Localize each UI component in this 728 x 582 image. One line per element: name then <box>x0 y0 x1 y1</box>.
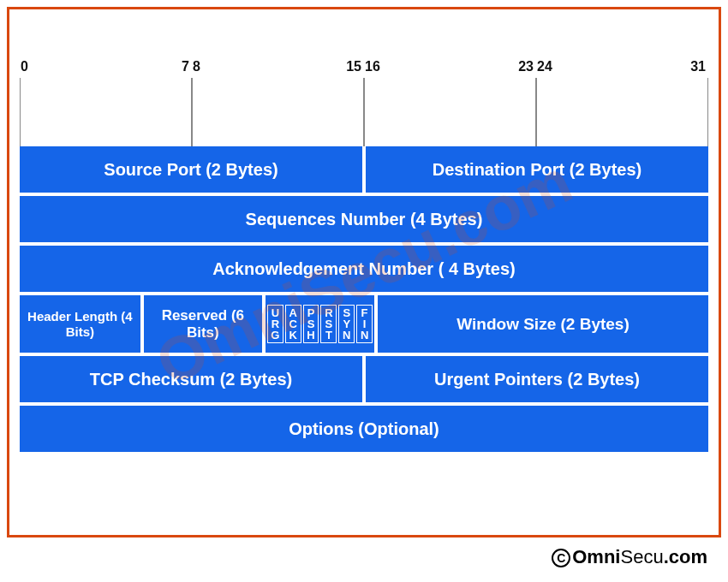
ruler-zone: 24 31 <box>536 78 708 146</box>
table-row: Source Port (2 Bytes) Destination Port (… <box>20 146 708 193</box>
ruler-label: 23 <box>518 59 534 74</box>
flag-syn: S Y N <box>338 305 355 343</box>
field-checksum: TCP Checksum (2 Bytes) <box>20 356 362 402</box>
brand-domain: .com <box>664 546 707 567</box>
copyright-icon: C <box>552 549 570 567</box>
ruler-label: 0 <box>21 59 28 74</box>
field-header-length: Header Length (4 Bits) <box>20 295 140 353</box>
ruler-zone: 16 23 <box>364 78 536 146</box>
field-seq-num: Sequences Number (4 Bytes) <box>20 196 708 242</box>
table-row: Sequences Number (4 Bytes) <box>20 196 708 242</box>
field-dest-port: Destination Port (2 Bytes) <box>366 146 708 193</box>
flag-ack: A C K <box>285 305 301 343</box>
flag-char: T <box>325 330 332 341</box>
brand-rest: Secu <box>620 546 663 567</box>
field-options: Options (Optional) <box>20 406 708 452</box>
flag-char: N <box>343 330 350 341</box>
flag-psh: P S H <box>303 305 319 343</box>
flag-char: N <box>361 330 368 341</box>
flag-char: G <box>271 330 279 341</box>
flag-fin: F I N <box>356 305 373 343</box>
ruler-zone: 0 7 <box>20 78 192 146</box>
table-row: Options (Optional) <box>20 406 708 452</box>
flag-char: K <box>289 330 297 341</box>
ruler-label: 31 <box>690 59 706 74</box>
ruler-label: 24 <box>537 59 552 74</box>
field-source-port: Source Port (2 Bytes) <box>20 146 362 193</box>
ruler-label: 15 <box>346 59 361 74</box>
field-window-size: Window Size (2 Bytes) <box>378 295 708 353</box>
field-urgent-pointer: Urgent Pointers (2 Bytes) <box>366 356 708 402</box>
tcp-header-diagram: OmniSecu.com 0 7 8 15 16 23 24 31 Source… <box>7 7 721 537</box>
flag-urg: U R G <box>267 305 283 343</box>
ruler-zone: 8 15 <box>192 78 364 146</box>
flag-rst: R S T <box>320 305 337 343</box>
table-row: Acknowledgement Number ( 4 Bytes) <box>20 246 708 292</box>
table-row: TCP Checksum (2 Bytes) Urgent Pointers (… <box>20 356 708 402</box>
credit-line: COmniSecu.com <box>7 537 721 568</box>
table-row: Header Length (4 Bits) Reserved (6 Bits)… <box>20 295 708 353</box>
field-ack-num: Acknowledgement Number ( 4 Bytes) <box>20 246 708 292</box>
ruler-label: 8 <box>193 59 200 74</box>
header-rows: Source Port (2 Bytes) Destination Port (… <box>20 146 708 452</box>
brand-first: Omni <box>572 546 620 567</box>
ruler-label: 16 <box>365 59 380 74</box>
field-flags: U R G A C K P S H R S T <box>266 295 374 353</box>
bit-ruler: 0 7 8 15 16 23 24 31 <box>20 78 708 146</box>
ruler-label: 7 <box>182 59 189 74</box>
field-reserved: Reserved (6 Bits) <box>144 295 262 353</box>
flag-char: H <box>307 330 314 341</box>
